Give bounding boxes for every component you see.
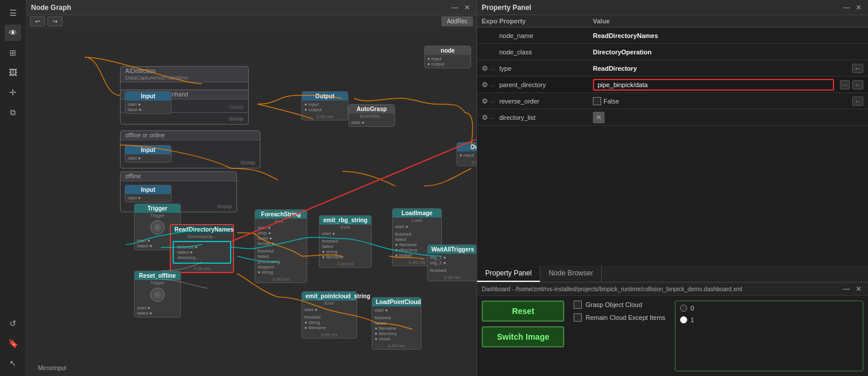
node-graph-panel: Node Graph — ✕ ↩ ↪ AddRec [26,0,477,376]
node-input-bot[interactable]: Input start ● [125,185,171,202]
prop-row-directory-list: ⚙ — directory_list ✕ [477,109,868,126]
checkbox-reverse[interactable] [593,97,601,105]
prop-actions-parent-dir: ··· ← [834,80,863,89]
radio-1[interactable] [680,316,687,323]
toolbar-btn-undo[interactable]: ↩ [30,16,45,26]
node-graph-title: Node Graph [31,4,71,12]
sidebar-icon-bookmark[interactable]: 🔖 [5,335,21,351]
cb-remain[interactable] [574,313,582,322]
left-sidebar: ☰ 👁 ⊞ 🖼 ✛ ⧉ ↺ 🔖 ↖ [0,0,26,376]
node-output-mid[interactable]: Output ● input 0.00 ms [457,142,476,166]
prop-val-node-class: DirectoryOperation [593,49,834,56]
sidebar-icon-image[interactable]: 🖼 [5,64,21,81]
col-property: Property [499,18,593,25]
dashboard-close[interactable]: ✕ [854,285,863,293]
prop-row-parent-directory: ⚙ — parent_directory pipe_binpick/data ·… [477,77,868,93]
dash-center: Grasp Object Cloud Remain Cloud Except I… [574,301,665,371]
node-input-top[interactable]: Input start ●false ● [125,91,171,114]
right-panel: Property Panel — ✕ Expo Property Value n… [477,0,868,376]
radio-row-0: 0 [680,303,858,313]
switch-image-button[interactable]: Switch Image [482,326,564,347]
main-layout: ☰ 👁 ⊞ 🖼 ✛ ⧉ ↺ 🔖 ↖ Node Graph — ✕ ↩ ↪ Add… [0,0,868,376]
prop-expo-parent-directory: ⚙ — [482,81,499,89]
prop-key-directory-list: directory_list [499,114,593,121]
prop-val-node-name: ReadDirectoryNames [593,32,834,39]
sidebar-icon-eye[interactable]: 👁 [5,25,21,41]
prop-action-ellipsis[interactable]: ··· [840,80,850,89]
dashboard-area: Dashboard - /home/zmt/rvs-installed/proj… [477,282,868,376]
node-read-directory[interactable]: ReadDirectoryNames DirectoryOp... finish… [170,224,234,273]
node-wait-triggers[interactable]: WaitAllTriggers trig_1 ●trig_2 ● finishe… [427,244,476,281]
node-graph-close[interactable]: ✕ [462,4,472,12]
prop-row-reverse-order: ⚙ — reverse_order False ← [477,93,868,109]
node-emit-pointcloud[interactable]: emit_pointcloud_string Emit start ● fini… [301,291,357,339]
node-emit-rbg[interactable]: emit_rbg_string Emit start ● finishedfai… [319,215,372,268]
dash-right: 0 1 [675,301,863,371]
checkbox-row-remain: Remain Cloud Except Items [574,313,665,322]
node-toolbar: ↩ ↪ AddRec [26,15,476,28]
sidebar-icon-layers[interactable]: ⧉ [5,104,21,120]
dashboard-path-text: Dashboard - /home/zmt/rvs-installed/proj… [482,286,742,292]
property-table: Expo Property Value node_name ReadDirect… [477,15,868,265]
prop-row-node-name: node_name ReadDirectoryNames [477,27,868,44]
prop-val-directory-list: ✕ [593,112,605,123]
prop-expo-dir-list: ⚙ — [482,113,499,122]
gear-icon-parent-dir[interactable]: ⚙ [482,81,488,89]
node-reset-offline[interactable]: Reset_offline Trigger start ●failed ● [134,271,181,318]
cb-label-grasp: Grasp Object Cloud [585,301,642,308]
gear-icon-dir-list[interactable]: ⚙ [482,113,488,122]
node-input-mid[interactable]: Input start ● [125,145,171,163]
property-panel-title: Property Panel [482,4,531,12]
node-graph-controls: — ✕ [450,4,472,12]
property-panel-close[interactable]: ✕ [854,4,863,12]
node-foreach-string[interactable]: ForeachString Emi... start ●drop ●reset … [255,209,307,283]
property-panel-header: Property Panel — ✕ [477,0,868,15]
prop-key-parent-directory: parent_directory [499,81,593,88]
property-panel-minimize[interactable]: — [841,4,852,12]
sidebar-icon-menu[interactable]: ☰ [5,5,21,21]
prop-key-node-class: node_class [499,49,593,56]
node-load-pointcloud[interactable]: LoadPointCloud start ● finishedfailed● f… [372,297,421,350]
reset-button[interactable]: Reset [482,301,564,322]
node-auto-grasp[interactable]: AutoGrasp EventSta... start ● [348,104,395,127]
sidebar-icon-cross[interactable]: ✛ [5,84,21,101]
node-output-top[interactable]: Output ● input● output 0.00 ms [301,91,348,120]
tab-property-panel[interactable]: Property Panel [477,265,540,282]
toolbar-btn-redo[interactable]: ↪ [47,16,63,26]
prop-expo-reverse-order: ⚙ — [482,97,499,105]
radio-label-1: 1 [691,316,694,323]
dashboard-path: Dashboard - /home/zmt/rvs-installed/proj… [477,282,868,296]
dashboard-minimize[interactable]: — [841,285,852,293]
prop-action-arrow-reverse[interactable]: ← [852,96,863,106]
sidebar-icon-refresh[interactable]: ↺ [5,315,21,332]
property-panel-controls: — ✕ [841,4,863,12]
radio-label-0: 0 [691,305,694,312]
checkbox-row-grasp: Grasp Object Cloud [574,301,665,309]
sidebar-icon-cursor[interactable]: ↖ [5,355,21,371]
prop-key-reverse-order: reverse_order [499,98,593,105]
sidebar-icon-grid[interactable]: ⊞ [5,44,21,61]
node-canvas[interactable]: AIDetectionDataCaptureAndTransform Group… [26,28,476,376]
mirror-input-label: MirrorInput [38,365,66,371]
prop-header: Expo Property Value [477,15,868,27]
prop-val-parent-directory: pipe_binpick/data [593,79,834,91]
dashboard-content: Reset Switch Image Grasp Object Cloud Re… [477,296,868,376]
prop-key-node-name: node_name [499,32,593,39]
tab-bar: Property Panel Node Browser [477,265,868,282]
prop-key-type: type [499,65,593,72]
col-value: Value [593,18,863,25]
gear-icon-reverse[interactable]: ⚙ [482,97,488,105]
node-graph-minimize[interactable]: — [450,4,460,12]
radio-0[interactable] [680,305,687,312]
col-expo: Expo [482,18,499,25]
node-top-right-1[interactable]: node ● input● output [424,46,471,68]
prop-action-arrow-dir[interactable]: ← [852,80,863,89]
tab-node-browser[interactable]: Node Browser [540,265,602,282]
cb-grasp[interactable] [574,301,582,309]
prop-expo-type: ⚙ — [482,64,499,73]
prop-action-arrow-type[interactable]: ← [852,64,863,73]
toolbar-btn-addrec[interactable]: AddRec [441,16,473,26]
prop-row-type: ⚙ — type ReadDirectory ← [477,60,868,77]
node-graph-header: Node Graph — ✕ [26,0,476,15]
gear-icon-type[interactable]: ⚙ [482,64,488,73]
